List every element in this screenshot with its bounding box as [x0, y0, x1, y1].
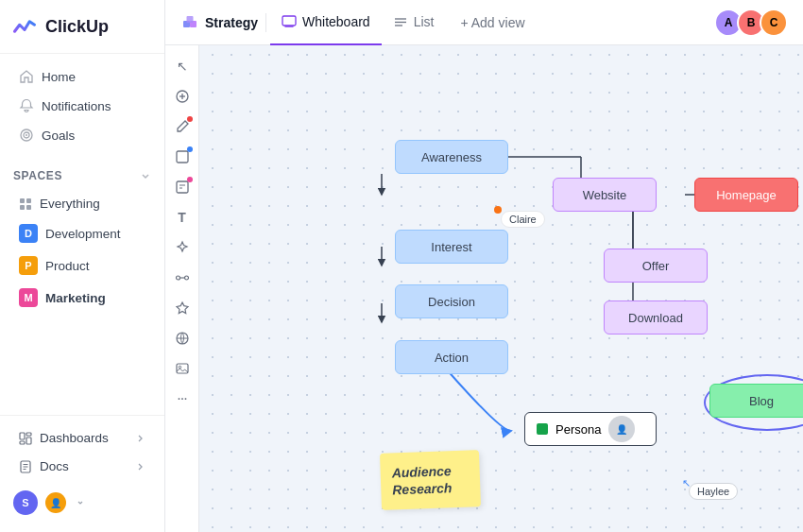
- goals-label: Goals: [42, 129, 75, 143]
- svg-rect-10: [20, 441, 25, 444]
- svg-rect-17: [187, 16, 194, 23]
- star-tool[interactable]: [169, 295, 196, 321]
- website-label: Website: [583, 188, 627, 202]
- avatar-3: C: [760, 9, 788, 37]
- list-label: List: [414, 14, 435, 29]
- note-tool[interactable]: [169, 174, 196, 200]
- whiteboard-label: Whiteboard: [302, 14, 370, 29]
- sidebar-item-dashboards[interactable]: Dashboards: [6, 424, 159, 452]
- dashboards-label: Dashboards: [40, 431, 109, 445]
- decision-node[interactable]: Decision: [395, 284, 508, 318]
- svg-point-30: [176, 276, 179, 280]
- cursor-haylee: Haylee: [689, 483, 738, 500]
- sidebar-item-product[interactable]: P Product: [6, 250, 159, 281]
- docs-chevron-icon: [134, 461, 145, 472]
- development-label: Development: [45, 227, 121, 241]
- magic-tool[interactable]: [169, 234, 196, 261]
- persona-label: Persona: [555, 422, 601, 437]
- download-label: Download: [628, 311, 683, 325]
- development-badge: D: [19, 224, 38, 243]
- list-icon: [393, 14, 408, 29]
- marketing-badge: M: [19, 288, 38, 307]
- sticky-label: AudienceResearch: [391, 463, 452, 497]
- svg-rect-6: [26, 205, 31, 210]
- offer-node[interactable]: Offer: [604, 249, 708, 283]
- everything-label: Everything: [40, 197, 100, 211]
- strategy-icon: [180, 13, 199, 32]
- whiteboard-canvas[interactable]: ↖ T: [165, 45, 803, 532]
- haylee-cursor: ↖: [682, 477, 691, 489]
- spaces-label: Spaces: [13, 169, 62, 182]
- svg-point-31: [184, 276, 188, 280]
- add-tool[interactable]: [169, 83, 196, 110]
- sidebar-user[interactable]: S 👤: [0, 481, 164, 524]
- docs-icon: [19, 460, 32, 473]
- target-icon: [19, 128, 34, 143]
- globe-tool[interactable]: [169, 325, 196, 352]
- svg-point-2: [26, 134, 27, 136]
- docs-label: Docs: [40, 459, 69, 473]
- interest-node[interactable]: Interest: [395, 230, 508, 264]
- svg-rect-26: [177, 151, 188, 163]
- sidebar-item-goals[interactable]: Goals: [6, 121, 159, 149]
- sidebar-nav: Home Notifications Goals: [0, 54, 164, 158]
- connect-tool[interactable]: [169, 265, 196, 291]
- whiteboard-icon: [282, 14, 297, 29]
- home-icon: [19, 69, 34, 84]
- svg-rect-27: [177, 181, 188, 193]
- svg-rect-5: [20, 205, 25, 210]
- grid-icon: [19, 197, 32, 211]
- image-tool[interactable]: [169, 355, 196, 382]
- sidebar: ClickUp Home Notifications Goals Spaces: [0, 0, 165, 532]
- sidebar-item-docs[interactable]: Docs: [6, 453, 159, 480]
- website-node[interactable]: Website: [553, 178, 657, 212]
- cursor-tool[interactable]: ↖: [169, 53, 196, 79]
- toolbar: ↖ T: [165, 45, 199, 532]
- text-tool[interactable]: T: [169, 204, 196, 231]
- offer-label: Offer: [642, 259, 670, 273]
- tab-whiteboard[interactable]: Whiteboard: [270, 0, 382, 45]
- chevron-down-icon: [140, 170, 151, 181]
- claire-label: Claire: [509, 214, 537, 225]
- sticky-note[interactable]: AudienceResearch: [380, 450, 481, 510]
- user-avatar: S: [13, 490, 38, 515]
- haylee-label: Haylee: [697, 486, 729, 497]
- sidebar-item-marketing[interactable]: M Marketing: [6, 283, 159, 313]
- awareness-label: Awareness: [421, 150, 482, 164]
- header: Strategy Whiteboard List + Add view: [165, 0, 803, 45]
- more-tool[interactable]: ···: [169, 386, 196, 412]
- interest-label: Interest: [431, 240, 471, 254]
- action-node[interactable]: Action: [395, 340, 508, 374]
- add-view-button[interactable]: + Add view: [449, 0, 536, 45]
- product-label: Product: [45, 259, 90, 273]
- sidebar-item-everything[interactable]: Everything: [6, 191, 159, 216]
- homepage-label: Homepage: [716, 188, 777, 202]
- action-label: Action: [435, 351, 469, 365]
- header-avatars: A B C: [714, 9, 788, 37]
- sidebar-item-development[interactable]: D Development: [6, 218, 159, 249]
- svg-rect-8: [26, 433, 31, 436]
- bell-icon: [19, 98, 34, 113]
- awareness-node[interactable]: Awareness: [395, 140, 508, 174]
- persona-node[interactable]: Persona 👤: [524, 412, 657, 446]
- tab-list[interactable]: List: [382, 0, 446, 45]
- sidebar-item-home[interactable]: Home: [6, 62, 159, 91]
- decision-label: Decision: [428, 295, 475, 309]
- dashboards-chevron-icon: [134, 433, 145, 444]
- homepage-node[interactable]: Homepage: [694, 178, 798, 212]
- download-node[interactable]: Download: [604, 300, 708, 335]
- spaces-section: Spaces: [0, 162, 164, 190]
- cursor-claire: Claire: [501, 211, 545, 228]
- sidebar-bottom: Dashboards Docs S 👤: [0, 415, 164, 532]
- blog-label: Blog: [749, 394, 774, 408]
- pen-tool[interactable]: [169, 113, 196, 140]
- sidebar-logo[interactable]: ClickUp: [0, 0, 164, 54]
- strategy-label: Strategy: [205, 15, 258, 30]
- blog-node[interactable]: Blog: [709, 384, 803, 418]
- svg-rect-18: [282, 16, 296, 26]
- persona-dot: [537, 423, 548, 435]
- user-chevron-icon: [76, 498, 85, 507]
- sidebar-item-notifications[interactable]: Notifications: [6, 92, 159, 120]
- home-label: Home: [42, 70, 76, 84]
- rect-tool[interactable]: [169, 144, 196, 170]
